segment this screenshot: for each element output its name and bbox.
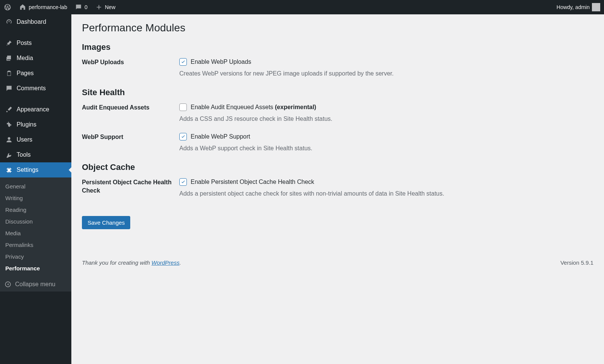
submenu-item-discussion[interactable]: Discussion xyxy=(0,216,71,227)
row-label: WebP Support xyxy=(82,133,179,141)
form-row: WebP SupportEnable WebP SupportAdds a We… xyxy=(82,133,593,152)
checkbox-label[interactable]: Enable WebP Support xyxy=(191,133,250,140)
avatar xyxy=(592,3,600,11)
row-body: Enable Persistent Object Cache Health Ch… xyxy=(179,178,593,197)
sidebar-item-label: Media xyxy=(17,55,33,62)
sidebar-item-tools[interactable]: Tools xyxy=(0,147,71,162)
row-body: Enable WebP UploadsCreates WebP versions… xyxy=(179,58,593,77)
footer-thanks: Thank you for creating with xyxy=(82,259,151,266)
wp-logo-button[interactable] xyxy=(0,0,15,14)
row-label: WebP Uploads xyxy=(82,58,179,66)
pages-icon xyxy=(5,69,13,77)
row-label: Persistent Object Cache Health Check xyxy=(82,178,179,195)
section-heading: Images xyxy=(82,42,593,52)
plugin-icon xyxy=(5,121,13,128)
footer: Thank you for creating with WordPress. V… xyxy=(82,259,593,266)
form-row: Persistent Object Cache Health CheckEnab… xyxy=(82,178,593,197)
comments-count: 0 xyxy=(85,4,88,10)
submenu-item-performance[interactable]: Performance xyxy=(0,262,71,273)
submenu-item-privacy[interactable]: Privacy xyxy=(0,251,71,262)
sidebar-item-comments[interactable]: Comments xyxy=(0,81,71,96)
row-description: Creates WebP versions for new JPEG image… xyxy=(179,70,593,77)
checkbox-label[interactable]: Enable Audit Enqueued Assets (experiment… xyxy=(191,104,316,111)
save-button[interactable]: Save Changes xyxy=(82,216,130,229)
howdy-text: Howdy, admin xyxy=(556,4,590,10)
sidebar-item-label: Users xyxy=(17,136,32,143)
sidebar-item-appearance[interactable]: Appearance xyxy=(0,102,71,117)
new-content-button[interactable]: New xyxy=(91,0,119,14)
sidebar-item-label: Dashboard xyxy=(17,19,46,25)
comment-icon xyxy=(75,3,82,11)
submenu-item-media[interactable]: Media xyxy=(0,227,71,239)
version-text: Version 5.9.1 xyxy=(560,259,593,266)
form-row: Audit Enqueued AssetsEnable Audit Enqueu… xyxy=(82,103,593,122)
checkbox[interactable] xyxy=(179,103,187,111)
sidebar-item-label: Plugins xyxy=(17,121,36,128)
sidebar-item-label: Comments xyxy=(17,85,46,92)
row-body: Enable Audit Enqueued Assets (experiment… xyxy=(179,103,593,122)
brush-icon xyxy=(5,106,13,113)
site-title-button[interactable]: performance-lab xyxy=(15,0,71,14)
row-label: Audit Enqueued Assets xyxy=(82,103,179,112)
site-name: performance-lab xyxy=(29,4,67,10)
sidebar-item-dashboard[interactable]: Dashboard xyxy=(0,14,71,29)
footer-period: . xyxy=(179,259,181,266)
row-description: Adds a WebP support check in Site Health… xyxy=(179,145,593,152)
checkbox[interactable] xyxy=(179,133,187,140)
checkbox[interactable] xyxy=(179,178,187,186)
admin-sidebar: Dashboard Posts Media Pages Comments App… xyxy=(0,14,71,273)
sidebar-item-label: Tools xyxy=(17,151,31,158)
row-body: Enable WebP SupportAdds a WebP support c… xyxy=(179,133,593,152)
check-icon xyxy=(180,134,186,140)
row-description: Adds a CSS and JS resource check in Site… xyxy=(179,116,593,122)
section-heading: Object Cache xyxy=(82,162,593,172)
checkbox[interactable] xyxy=(179,58,187,66)
section-heading: Site Health xyxy=(82,88,593,97)
sidebar-item-pages[interactable]: Pages xyxy=(0,66,71,81)
admin-bar: performance-lab 0 New Howdy, admin xyxy=(0,0,604,14)
settings-icon xyxy=(5,166,13,174)
sidebar-item-label: Pages xyxy=(17,70,34,77)
media-icon xyxy=(5,54,13,62)
submenu-item-reading[interactable]: Reading xyxy=(0,204,71,216)
sidebar-item-users[interactable]: Users xyxy=(0,132,71,147)
sidebar-item-settings[interactable]: Settings xyxy=(0,162,71,177)
page-title: Performance Modules xyxy=(82,22,593,34)
comment-icon xyxy=(5,85,13,92)
form-row: WebP UploadsEnable WebP UploadsCreates W… xyxy=(82,58,593,77)
wordpress-link[interactable]: WordPress xyxy=(151,259,179,266)
tools-icon xyxy=(5,151,13,159)
experimental-badge: (experimental) xyxy=(275,104,316,110)
checkbox-label[interactable]: Enable WebP Uploads xyxy=(191,59,251,65)
sidebar-item-media[interactable]: Media xyxy=(0,51,71,66)
account-button[interactable]: Howdy, admin xyxy=(553,0,604,14)
comments-button[interactable]: 0 xyxy=(71,0,91,14)
pin-icon xyxy=(5,39,13,47)
sidebar-item-plugins[interactable]: Plugins xyxy=(0,117,71,132)
wordpress-icon xyxy=(4,3,11,11)
settings-submenu: General Writing Reading Discussion Media… xyxy=(0,177,71,273)
checkbox-label[interactable]: Enable Persistent Object Cache Health Ch… xyxy=(191,179,314,185)
row-description: Adds a persistent object cache check for… xyxy=(179,190,593,197)
new-label: New xyxy=(105,4,116,10)
check-icon xyxy=(180,179,186,185)
sidebar-item-label: Settings xyxy=(17,167,39,173)
home-icon xyxy=(19,3,26,11)
sidebar-item-posts[interactable]: Posts xyxy=(0,35,71,51)
users-icon xyxy=(5,136,13,143)
sidebar-item-label: Appearance xyxy=(17,106,49,113)
main-content: Performance Modules ImagesWebP UploadsEn… xyxy=(71,14,604,273)
dashboard-icon xyxy=(5,18,13,26)
sidebar-item-label: Posts xyxy=(17,40,32,46)
check-icon xyxy=(180,59,186,65)
submenu-item-general[interactable]: General xyxy=(0,180,71,192)
submenu-item-writing[interactable]: Writing xyxy=(0,192,71,204)
submenu-item-permalinks[interactable]: Permalinks xyxy=(0,239,71,251)
plus-icon xyxy=(95,3,103,11)
